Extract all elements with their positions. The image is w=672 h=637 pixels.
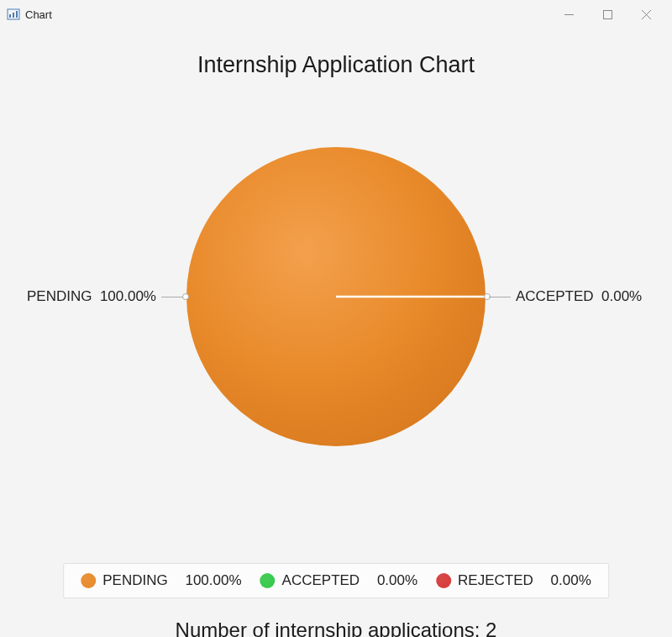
maximize-button[interactable] bbox=[588, 1, 627, 28]
svg-rect-2 bbox=[13, 13, 14, 18]
callout-pending: PENDING 100.00% bbox=[27, 288, 156, 305]
chart-area: PENDING 100.00% ACCEPTED 0.00% bbox=[0, 78, 672, 515]
legend-label-rejected: REJECTED bbox=[458, 572, 533, 589]
legend-label-pending: PENDING bbox=[102, 572, 167, 589]
app-icon bbox=[7, 8, 20, 21]
legend-swatch-accepted bbox=[260, 573, 276, 588]
legend-item-pending: PENDING 100.00% bbox=[81, 572, 241, 589]
legend: PENDING 100.00% ACCEPTED 0.00% REJECTED … bbox=[63, 563, 609, 598]
window-title: Chart bbox=[25, 8, 52, 21]
callout-pending-percent: 100.00% bbox=[100, 288, 156, 304]
chart-title: Internship Application Chart bbox=[0, 52, 672, 78]
legend-item-rejected: REJECTED 0.00% bbox=[436, 572, 591, 589]
legend-percent-pending: 100.00% bbox=[185, 572, 241, 589]
svg-rect-5 bbox=[603, 10, 612, 18]
callout-pending-label: PENDING bbox=[27, 288, 92, 304]
callout-accepted-percent: 0.00% bbox=[601, 288, 642, 304]
svg-rect-3 bbox=[16, 11, 18, 18]
close-button[interactable] bbox=[627, 1, 665, 28]
titlebar: Chart bbox=[0, 0, 672, 29]
legend-swatch-rejected bbox=[436, 573, 451, 588]
minimize-button[interactable] bbox=[549, 1, 588, 28]
callout-accepted-label: ACCEPTED bbox=[516, 288, 594, 304]
legend-swatch-pending bbox=[81, 573, 96, 588]
callout-accepted: ACCEPTED 0.00% bbox=[516, 288, 642, 305]
callout-dot-left bbox=[182, 293, 189, 300]
legend-percent-accepted: 0.00% bbox=[377, 572, 417, 589]
window-content: Internship Application Chart PENDING 100… bbox=[0, 52, 672, 637]
svg-rect-1 bbox=[9, 14, 11, 18]
legend-label-accepted: ACCEPTED bbox=[282, 572, 360, 589]
callout-line-right bbox=[489, 297, 511, 297]
footer-text: Number of internship applications: 2 bbox=[176, 619, 497, 637]
legend-percent-rejected: 0.00% bbox=[551, 572, 591, 589]
callout-line-left bbox=[161, 297, 183, 297]
legend-item-accepted: ACCEPTED 0.00% bbox=[260, 572, 418, 589]
pie-chart bbox=[185, 145, 487, 448]
